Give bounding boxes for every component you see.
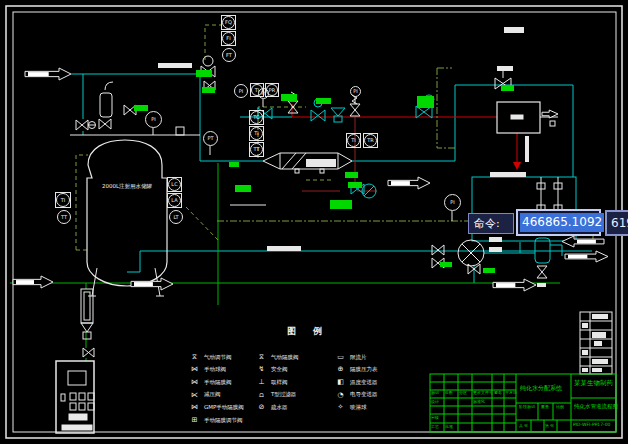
title-block-field: 纯化水分配系统 [520, 385, 562, 391]
legend-item: ⋈GMP手动隔膜阀 [188, 401, 244, 414]
legend-item-label: 隔膜压力表 [350, 367, 378, 373]
wfi-tank [87, 140, 167, 286]
pump [458, 240, 484, 266]
title-block-field: 纯化水管道流程图 [574, 404, 618, 410]
text-blob [497, 66, 513, 71]
rotameter [81, 289, 93, 332]
instrument-tag: LA [168, 194, 181, 207]
text-blob [592, 314, 608, 319]
text-blob [594, 341, 602, 346]
steam-lines [292, 104, 517, 164]
instrument-bubble: PI [234, 84, 248, 98]
text-blob [592, 359, 608, 364]
equipment-tag [330, 200, 352, 209]
legend-item: ⊥取样阀 [255, 376, 299, 389]
instrument-bubble: LC [167, 177, 182, 192]
title-block-field: 标记 [431, 391, 439, 395]
cad-drawing-canvas[interactable]: 2000L注射用水储罐 FQFIFTPITIPRTCTITTTITRLCLALT… [0, 0, 628, 444]
instrument-bubble: TI [55, 192, 71, 208]
flow-arrow-label-blob [496, 283, 515, 287]
title-block-field: 共 张 [519, 424, 528, 428]
text-blob [490, 172, 526, 177]
legend-item: ⋈手动隔膜阀 [188, 376, 244, 389]
title-block-field: 签名 [494, 391, 502, 395]
title-block-field: 处数 [445, 391, 453, 395]
text-blob [489, 247, 502, 252]
legend-symbol-icon: ⋈ [188, 404, 201, 411]
text-blob [592, 368, 602, 372]
legend-symbol-icon: ⊘ [255, 404, 268, 411]
legend-item-label: 限流片 [350, 355, 367, 361]
equipment-tag [229, 162, 239, 167]
legend-symbol-icon: ✧ [334, 404, 347, 411]
legend-item-label: 减压阀 [204, 392, 221, 398]
legend-symbol-icon: ⋈ [188, 379, 201, 386]
selected-coordinate-value[interactable]: 466865.1092 [520, 213, 604, 232]
legend-item-label: 喷淋球 [350, 405, 367, 411]
equipment-tag [345, 172, 358, 178]
second-coordinate-field[interactable]: 619 [605, 210, 628, 236]
equipment-tag [316, 98, 331, 104]
instrument-bubble: TI [249, 126, 264, 141]
legend-symbol-icon: ⩍ [255, 392, 268, 399]
legend-symbol-icon: ⊥ [255, 379, 268, 386]
legend-column: ▭限流片⊕隔膜压力表◧温度变送器◔电导变送器✧喷淋球 [334, 351, 378, 414]
coordinate-input-field[interactable]: 466865.1092 [516, 209, 601, 236]
title-block-field: 年月日 [505, 391, 517, 395]
equipment-tag [235, 185, 251, 192]
title-block-field: 比例 [556, 405, 564, 409]
legend-item: ◧温度变送器 [334, 376, 378, 389]
text-blob [306, 159, 336, 167]
equipment-tag [501, 85, 514, 91]
instrument-tag: LC [168, 178, 181, 191]
legend-item-label: 手动球阀 [204, 367, 226, 373]
title-block-field: 批准 [445, 425, 453, 429]
instrument-bubble: FT [222, 48, 236, 62]
instrument-bubble: LT [169, 210, 183, 224]
instrument-bubble: LA [167, 193, 182, 208]
legend-item: ⩍T型过滤器 [255, 389, 299, 402]
legend-item: ⊘疏水器 [255, 401, 299, 414]
legend-symbol-icon: ↯ [255, 366, 268, 373]
text-blob [582, 323, 588, 328]
title-block-field: 某某生物制药 [574, 380, 613, 387]
flow-arrow-label-blob [28, 72, 49, 76]
instrument-tag: TI [56, 193, 70, 207]
legend-item: ▭限流片 [334, 351, 378, 364]
instrument-tag: PI [444, 194, 461, 211]
text-blob [158, 63, 192, 68]
legend-item: ◔电导变送器 [334, 389, 378, 402]
title-block-field: 分区 [459, 391, 467, 395]
instrument-bubble: FI [221, 31, 236, 46]
equipment-tag [417, 96, 434, 108]
text-blob [582, 368, 588, 372]
legend-item: ↯安全阀 [255, 364, 299, 377]
equipment-tag [440, 262, 452, 267]
instrument-tag: PI [258, 88, 269, 99]
title-block-field: 审核 [431, 416, 439, 420]
title-block-field: 设计 [431, 400, 439, 404]
legend-item: ⧖气动隔膜阀 [255, 351, 299, 364]
legend-item-label: T型过滤器 [271, 392, 296, 398]
heater-box [497, 102, 540, 133]
legend-item: ⧖气动调节阀 [188, 351, 244, 364]
instrument-bubble: FQ [221, 15, 236, 30]
equipment-tag [202, 87, 215, 93]
instrument-tag: TI [250, 127, 263, 140]
equipment-tag [348, 182, 362, 188]
legend-item-label: GMP手动隔膜阀 [204, 405, 244, 411]
title-block-field: 工艺 [431, 425, 439, 429]
legend-title: 图 例 [268, 325, 348, 338]
instrument-bubble: TC [249, 110, 264, 125]
legend-item-label: 气动调节阀 [204, 355, 232, 361]
instrument-bubble: PI [258, 88, 269, 99]
legend-symbol-icon: ⋈ [188, 366, 201, 373]
legend-item-label: 疏水器 [271, 405, 288, 411]
legend-item: ⊞手动隔膜调节阀 [188, 414, 244, 427]
legend-symbol-icon: ◧ [334, 379, 347, 386]
instrument-tag: PI [234, 84, 248, 98]
legend-item: ⊕隔膜压力表 [334, 364, 378, 377]
legend-column: ⧖气动调节阀⋈手动球阀⋈手动隔膜阀⋉减压阀⋈GMP手动隔膜阀⊞手动隔膜调节阀 [188, 351, 244, 427]
instrument-bubble: PI [350, 86, 361, 97]
title-block-field: 重量 [541, 405, 549, 409]
